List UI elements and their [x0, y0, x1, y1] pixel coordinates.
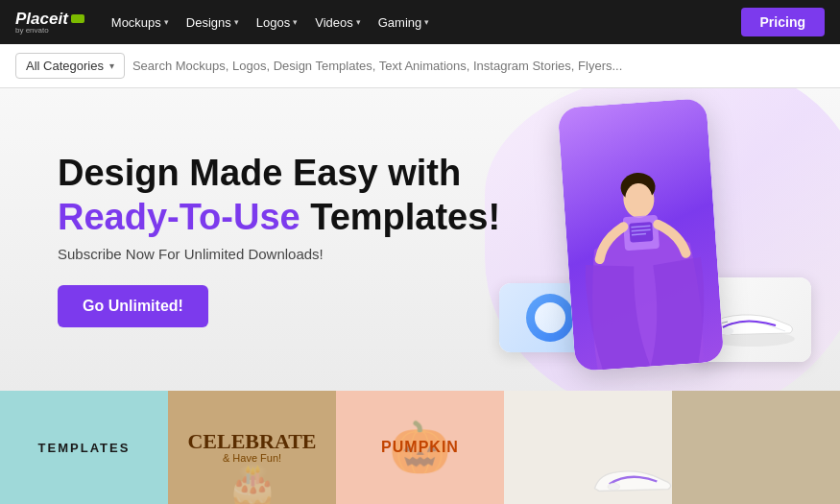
envato-badge	[71, 14, 84, 23]
nav-item-mockups[interactable]: Mockups ▾	[104, 12, 177, 34]
chevron-down-icon: ▾	[356, 17, 361, 27]
logo-sub: by envato	[15, 27, 68, 35]
celebrate-decoration: 🎂	[226, 461, 279, 504]
category-sublabel-celebrate: & Have Fun!	[187, 452, 316, 464]
nav-item-designs[interactable]: Designs ▾	[179, 12, 247, 34]
hero-subtitle: Subscribe Now For Unlimited Downloads!	[58, 246, 500, 262]
search-input[interactable]	[132, 55, 825, 77]
category-dropdown[interactable]: All Categories ▾	[15, 53, 125, 79]
chevron-down-icon: ▾	[293, 17, 298, 27]
category-label-pumpkin: PUMPKIN	[381, 439, 459, 456]
category-card-celebrate[interactable]: CELEBRATE & Have Fun! 🎂	[168, 391, 336, 504]
nav-item-gaming[interactable]: Gaming ▾	[371, 12, 438, 34]
hero-headline: Design Made Easy with Ready-To-Use Templ…	[58, 152, 500, 239]
hero-section: Design Made Easy with Ready-To-Use Templ…	[0, 88, 840, 391]
hero-content: Design Made Easy with Ready-To-Use Templ…	[58, 152, 500, 326]
category-label-celebrate: CELEBRATE	[187, 431, 316, 452]
chevron-down-icon: ▾	[234, 17, 239, 27]
category-card-templates[interactable]: TEMPLATES	[0, 391, 168, 504]
chevron-down-icon: ▾	[164, 17, 169, 27]
nav-item-logos[interactable]: Logos ▾	[249, 12, 305, 34]
logo-name: Placeit	[15, 11, 68, 27]
hero-headline-purple: Ready-To-Use	[58, 197, 300, 237]
svg-rect-4	[629, 222, 653, 243]
hero-woman-figure	[565, 117, 716, 371]
go-unlimited-button[interactable]: Go Unlimited!	[58, 285, 208, 327]
category-label-templates: TEMPLATES	[38, 441, 131, 455]
nav-items: Mockups ▾ Designs ▾ Logos ▾ Videos ▾ Gam…	[104, 12, 737, 34]
sneaker-category-graphic	[590, 446, 672, 504]
phone-mockup	[558, 98, 725, 372]
chevron-down-icon: ▾	[109, 60, 114, 71]
nav-item-videos[interactable]: Videos ▾	[307, 12, 369, 34]
pricing-button[interactable]: Pricing	[741, 8, 825, 36]
svg-line-7	[631, 234, 645, 235]
category-strip: TEMPLATES CELEBRATE & Have Fun! 🎂 PUMPKI…	[0, 391, 840, 504]
svg-point-9	[722, 327, 733, 335]
chevron-down-icon: ▾	[424, 17, 429, 27]
category-card-misc[interactable]	[672, 391, 840, 504]
logo[interactable]: Placeit by envato	[15, 11, 84, 35]
search-bar: All Categories ▾	[0, 44, 840, 88]
category-label: All Categories	[26, 59, 104, 73]
category-card-pumpkin[interactable]: PUMPKIN 🎃	[336, 391, 504, 504]
category-card-sneakers[interactable]	[504, 391, 672, 504]
navbar: Placeit by envato Mockups ▾ Designs ▾ Lo…	[0, 0, 840, 44]
svg-point-10	[608, 483, 620, 490]
